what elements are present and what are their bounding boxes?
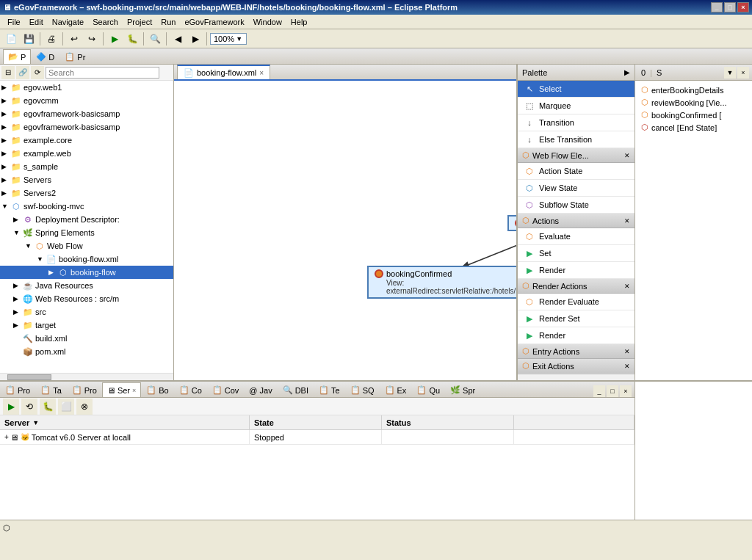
tree-item-bookingflow[interactable]: ▶ ⬡ booking-flow [0,266,173,279]
server-col-header[interactable]: Server ▼ [0,415,250,429]
undo-btn[interactable]: ↩ [66,31,82,47]
bottom-tab-ex[interactable]: 📋 Ex [380,382,412,397]
server-row[interactable]: + 🖥 🐱 Tomcat v6.0 Server at locall Stopp… [0,430,634,445]
search-btn[interactable]: 🔍 [147,31,163,47]
flow-node-booking-confirmed[interactable]: bookingConfirmed View: externalRedirect:… [367,266,516,299]
bottom-tab-bo[interactable]: 📋 Bo [141,382,173,397]
palette-scrollbar[interactable] [518,374,634,380]
expand-egov-web1[interactable]: ▶ [1,84,10,91]
palette-entry-actions-section[interactable]: ⬡ Entry Actions ✕ [518,344,634,359]
expand-src[interactable]: ▶ [13,308,22,316]
palette-transition[interactable]: ↓ Transition [518,114,634,131]
palette-set[interactable]: ▶ Set [518,245,634,262]
expand-webflow[interactable]: ▼ [25,242,34,250]
expand-s-sample[interactable]: ▶ [1,163,10,170]
expand-deployment[interactable]: ▶ [13,216,22,223]
menu-edit[interactable]: Edit [25,16,48,28]
section-collapse-icon[interactable]: ✕ [624,217,630,225]
refresh-btn[interactable]: ⟳ [31,66,44,79]
search-input[interactable] [46,67,159,79]
expand-egovbasic2[interactable]: ▶ [1,123,10,131]
status-col-header[interactable]: Status [382,415,514,429]
redo-btn[interactable]: ↪ [84,31,100,47]
expand-bookingflowxml[interactable]: ▼ [37,255,46,263]
menu-navigate[interactable]: Navigate [48,16,88,28]
outline-item-cancel[interactable]: ⬡ cancel [End State] [638,121,749,134]
outline-tab-0[interactable]: 0 [638,67,648,79]
outline-tab-s[interactable]: S [654,67,665,79]
tree-item-s-sample[interactable]: ▶ 📁 s_sample [0,160,173,173]
outline-close-btn[interactable]: × [737,67,749,79]
bottom-tab-qu[interactable]: 📋 Qu [411,382,445,397]
server-start-btn[interactable]: ▶ [3,399,19,415]
tree-item-buildxml[interactable]: ▶ 🔨 build.xml [0,332,173,345]
tree-item-egovbasic1[interactable]: ▶ 📁 egovframework-basicsamp [0,107,173,120]
expand-btn[interactable]: + [4,433,9,441]
palette-subflow-state[interactable]: ⬡ Subflow State [518,197,634,214]
tree-item-webflow[interactable]: ▼ ⬡ Web Flow [0,239,173,252]
bottom-minimize-btn[interactable]: _ [593,385,605,397]
bottom-tab-co[interactable]: 📋 Co [174,382,207,397]
expand-example-web[interactable]: ▶ [1,150,10,157]
bottom-maximize-btn[interactable]: □ [607,385,618,397]
tree-item-spring[interactable]: ▼ 🌿 Spring Elements [0,226,173,239]
outline-item-review[interactable]: ⬡ reviewBooking [Vie... [638,96,749,109]
palette-render-actions-section[interactable]: ⬡ Render Actions ✕ [518,279,634,294]
title-bar-controls[interactable]: _ □ × [711,2,749,12]
palette-render-render[interactable]: ▶ Render [518,327,634,344]
bottom-tab-spr[interactable]: 🌿 Spr [445,382,480,397]
editor-tab-booking-flow[interactable]: 📄 booking-flow.xml × [177,65,270,79]
expand-egovcmm[interactable]: ▶ [1,97,10,104]
menu-file[interactable]: File [3,16,25,28]
close-btn[interactable]: × [737,2,749,12]
section-collapse-icon[interactable]: ✕ [624,363,630,370]
menu-egovframework[interactable]: eGovFramework [180,16,248,28]
palette-action-state[interactable]: ⬡ Action State [518,163,634,180]
palette-actions-section[interactable]: ⬡ Actions ✕ [518,214,634,228]
palette-web-flow-section[interactable]: ⬡ Web Flow Ele... ✕ [518,148,634,163]
server-debug-btn[interactable]: 🐛 [40,399,56,415]
palette-render[interactable]: ▶ Render [518,262,634,279]
expand-target[interactable]: ▶ [13,321,22,329]
bottom-tab-pro2[interactable]: 📋 Pro [67,382,102,397]
tree-item-servers[interactable]: ▶ 📁 Servers [0,173,173,186]
bottom-tab-sq[interactable]: 📋 SQ [345,382,380,397]
zoom-box[interactable]: 100% ▼ [210,33,247,45]
prev-btn[interactable]: ◀ [170,31,186,47]
expand-egovbasic1[interactable]: ▶ [1,110,10,117]
palette-render-set[interactable]: ▶ Render Set [518,310,634,327]
section-collapse-icon[interactable]: ✕ [624,283,630,290]
palette-evaluate[interactable]: ⬡ Evaluate [518,228,634,245]
tree-item-servers2[interactable]: ▶ 📁 Servers2 [0,186,173,200]
palette-render-evaluate[interactable]: ⬡ Render Evaluate [518,294,634,310]
menu-help[interactable]: Help [286,16,312,28]
expand-webresources[interactable]: ▶ [13,295,22,302]
bottom-tab-ser[interactable]: 🖥 Ser × [102,382,141,397]
palette-view-state[interactable]: ⬡ View State [518,180,634,197]
menu-run[interactable]: Run [156,16,180,28]
tab-pr[interactable]: 📋Pr [59,49,90,64]
bottom-tab-jav[interactable]: @ Jav [244,382,277,397]
state-col-header[interactable]: State [250,415,382,429]
tree-item-example-web[interactable]: ▶ 📁 example.web [0,147,173,160]
minimize-btn[interactable]: _ [711,2,723,12]
tree-item-deployment[interactable]: ▶ ⚙ Deployment Descriptor: [0,213,173,226]
bottom-tab-te[interactable]: 📋 Te [314,382,345,397]
tab-d[interactable]: 🔷D [31,49,59,64]
menu-window[interactable]: Window [249,16,286,28]
scroll-thumb[interactable] [7,374,51,380]
expand-java[interactable]: ▶ [13,282,22,289]
run-btn[interactable]: ▶ [106,31,123,47]
outline-menu-btn[interactable]: ▼ [724,67,736,79]
tree-item-pomxml[interactable]: ▶ 📦 pom.xml [0,345,173,358]
tree-item-egovbasic2[interactable]: ▶ 📁 egovframework-basicsamp [0,120,173,134]
menu-project[interactable]: Project [123,16,156,28]
horizontal-scrollbar[interactable] [0,373,173,380]
new-btn[interactable]: 📄 [3,31,19,47]
palette-expand-icon[interactable]: ▶ [624,68,630,76]
save-btn[interactable]: 💾 [21,31,37,47]
bottom-tab-pro[interactable]: 📋 Pro [0,382,35,397]
palette-select[interactable]: ↖ Select [518,81,634,98]
expand-bookingflow[interactable]: ▶ [48,269,57,276]
palette-exit-actions-section[interactable]: ⬡ Exit Actions ✕ [518,359,634,374]
